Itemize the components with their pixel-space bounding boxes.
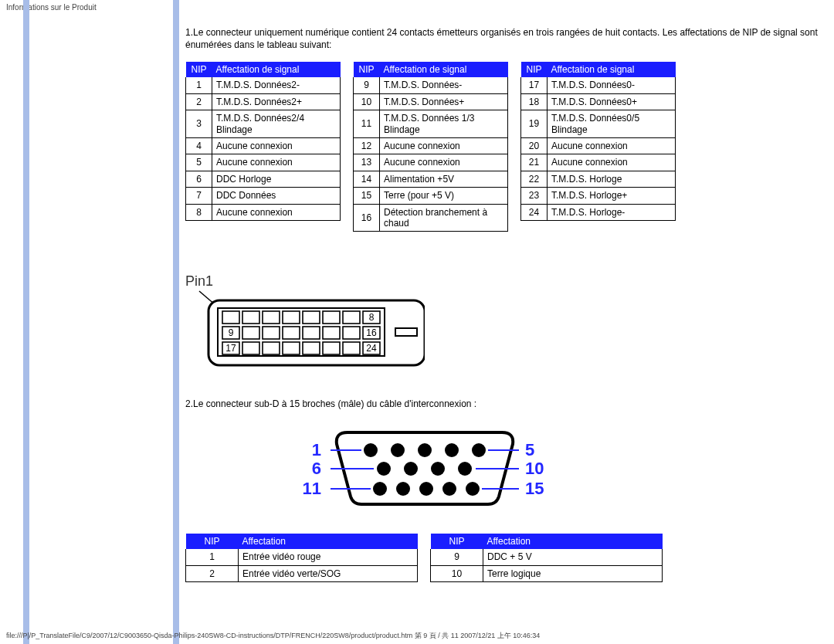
pin-num: 12: [354, 137, 380, 154]
pin-num: 15: [354, 188, 380, 204]
pin-num: 6: [186, 171, 212, 187]
pin-num: 24: [521, 204, 548, 220]
th-nip: NIP: [521, 62, 548, 77]
svg-point-31: [445, 443, 459, 457]
table-row: 7DDC Données: [186, 188, 341, 204]
pin-num: 3: [186, 110, 212, 138]
pin-aff: T.M.D.S. Données0-: [548, 77, 676, 93]
vga-num-5: 5: [525, 440, 534, 459]
dvi-pin-16: 16: [366, 327, 377, 338]
vga-num-6: 6: [312, 459, 321, 478]
pin-num: 16: [354, 204, 380, 232]
pin-aff: DDC Horloge: [212, 171, 341, 187]
pin-table-5: NIPAffectation 9DDC + 5 V 10Terre logiqu…: [430, 534, 663, 582]
svg-rect-22: [283, 342, 300, 354]
pin-num: 9: [431, 549, 483, 565]
dvi-connector-icon: 8 9 16 17 24: [185, 290, 819, 375]
pin-aff: Aucune connexion: [548, 154, 676, 171]
svg-rect-20: [242, 342, 259, 354]
content-area: 1.Le connecteur uniquement numérique con…: [185, 23, 819, 582]
pin-num: 13: [354, 154, 380, 171]
th-aff: Affectation: [483, 534, 663, 549]
pin-num: 7: [186, 188, 212, 204]
pin-num: 5: [186, 154, 212, 171]
vga-num-10: 10: [525, 459, 544, 478]
pin-num: 22: [521, 171, 548, 187]
dvi-connector-diagram: Pin1 8: [185, 273, 819, 375]
dvi-pin1-label: Pin1: [185, 273, 819, 290]
pin-aff: Aucune connexion: [212, 137, 341, 154]
table-row: 8Aucune connexion: [186, 204, 341, 220]
pin-aff: T.M.D.S. Horloge-: [548, 204, 676, 220]
table-row: 18T.M.D.S. Données0+: [521, 93, 676, 110]
table-row: 12Aucune connexion: [354, 137, 508, 154]
th-aff: Affectation de signal: [548, 62, 676, 77]
svg-point-33: [377, 462, 391, 476]
table-row: 20Aucune connexion: [521, 137, 676, 154]
svg-point-35: [431, 462, 445, 476]
pin-aff: Aucune connexion: [548, 137, 676, 154]
dvi-pinout-tables: NIPAffectation de signal 1T.M.D.S. Donné…: [185, 62, 819, 232]
pin-num: 20: [521, 137, 548, 154]
paragraph-1: 1.Le connecteur uniquement numérique con…: [185, 26, 819, 51]
svg-point-29: [391, 443, 405, 457]
pin-aff: Terre (pour +5 V): [380, 188, 508, 204]
table-row: 23T.M.D.S. Horloge+: [521, 188, 676, 204]
svg-point-38: [396, 482, 410, 496]
svg-rect-25: [343, 342, 360, 354]
pin-num: 2: [186, 93, 212, 110]
th-nip: NIP: [186, 62, 212, 77]
pin-num: 17: [521, 77, 548, 93]
svg-rect-15: [303, 327, 320, 339]
vga-num-1: 1: [312, 440, 321, 459]
pin-aff: T.M.D.S. Horloge+: [548, 188, 676, 204]
pin-aff: Entrée vidéo verte/SOG: [239, 565, 418, 581]
svg-point-32: [472, 443, 486, 457]
th-aff: Affectation: [239, 534, 418, 549]
svg-point-37: [373, 482, 387, 496]
svg-rect-8: [323, 311, 340, 324]
dvi-pin-17: 17: [225, 343, 236, 354]
svg-rect-23: [303, 342, 320, 354]
svg-rect-21: [263, 342, 280, 354]
pin-aff: T.M.D.S. Données2/4 Blindage: [212, 110, 341, 138]
pin-aff: DDC + 5 V: [483, 549, 663, 565]
vga-num-15: 15: [525, 479, 544, 498]
pin-aff: T.M.D.S. Données2-: [212, 77, 341, 93]
pin-num: 23: [521, 188, 548, 204]
table-row: 1Entrée vidéo rouge: [186, 549, 418, 565]
pin-aff: T.M.D.S. Données0+: [548, 93, 676, 110]
pin-num: 14: [354, 171, 380, 187]
pin-aff: T.M.D.S. Données 1/3 Blindage: [380, 110, 508, 138]
table-row: 4Aucune connexion: [186, 137, 341, 154]
table-row: 24T.M.D.S. Horloge-: [521, 204, 676, 220]
th-nip: NIP: [186, 534, 239, 549]
svg-point-28: [364, 443, 378, 457]
svg-rect-9: [343, 311, 360, 324]
sidebar-stripe-left: [23, 0, 29, 644]
svg-rect-5: [263, 311, 280, 324]
svg-rect-12: [242, 327, 259, 339]
th-aff: Affectation de signal: [380, 62, 508, 77]
page-header: Informations sur le Produit: [0, 0, 834, 12]
pin-num: 10: [354, 93, 380, 110]
svg-point-41: [466, 482, 480, 496]
table-row: 9DDC + 5 V: [431, 549, 663, 565]
table-row: 10Terre logique: [431, 565, 663, 581]
vga-connector-icon: 1 5 6 10 11 15: [293, 421, 819, 514]
table-row: 1T.M.D.S. Données2-: [186, 77, 341, 93]
vga-connector-diagram: 1 5 6 10 11 15: [293, 421, 819, 514]
th-aff: Affectation de signal: [212, 62, 341, 77]
dvi-pin-24: 24: [366, 343, 377, 354]
pin-aff: Entrée vidéo rouge: [239, 549, 418, 565]
svg-rect-24: [323, 342, 340, 354]
dvi-pin-9: 9: [229, 327, 234, 338]
th-nip: NIP: [431, 534, 483, 549]
pin-aff: Aucune connexion: [212, 154, 341, 171]
pin-num: 1: [186, 77, 212, 93]
pin-num: 4: [186, 137, 212, 154]
page-footer-path: file:///P|/P_TranslateFile/C9/2007/12/C9…: [6, 631, 540, 641]
pin-aff: Aucune connexion: [380, 154, 508, 171]
pin-num: 10: [431, 565, 483, 581]
svg-rect-13: [263, 327, 280, 339]
